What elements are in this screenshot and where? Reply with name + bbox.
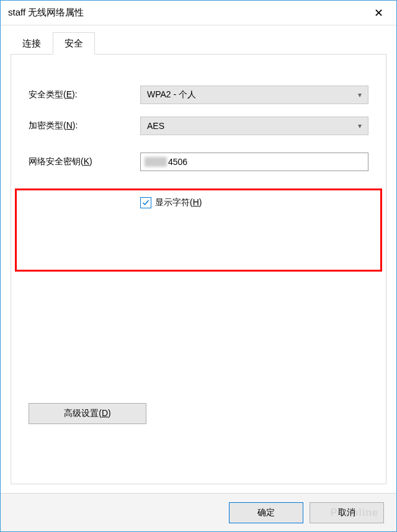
- chevron-down-icon: ▾: [358, 122, 362, 130]
- network-key-row: 网络安全密钥(K) 4506: [29, 153, 368, 171]
- titlebar: staff 无线网络属性 ✕: [1, 1, 396, 25]
- cancel-button-label: 取消: [338, 507, 355, 518]
- close-button[interactable]: ✕: [363, 1, 394, 25]
- show-characters-checkbox[interactable]: [140, 197, 151, 208]
- tab-connection-label: 连接: [22, 38, 41, 48]
- encryption-type-select[interactable]: AES ▾: [140, 117, 368, 135]
- tab-connection[interactable]: 连接: [11, 32, 53, 55]
- encryption-type-row: 加密类型(N): AES ▾: [29, 117, 368, 135]
- wifi-properties-dialog: staff 无线网络属性 ✕ 连接 安全 安全类型(E): WPA2 - 个人: [0, 0, 397, 532]
- dialog-footer: 确定 取消 PConline: [1, 493, 396, 531]
- network-key-input[interactable]: 4506: [140, 153, 368, 171]
- content-area: 连接 安全 安全类型(E): WPA2 - 个人 ▾ 加密类型: [1, 25, 396, 493]
- chevron-down-icon: ▾: [358, 91, 362, 99]
- tab-security-label: 安全: [65, 38, 83, 48]
- network-key-label: 网络安全密钥(K): [29, 156, 140, 167]
- tab-panel-security: 安全类型(E): WPA2 - 个人 ▾ 加密类型(N): AES ▾: [11, 54, 386, 484]
- advanced-settings-button[interactable]: 高级设置(D): [29, 403, 146, 424]
- security-type-label: 安全类型(E):: [29, 89, 140, 100]
- window-title: staff 无线网络属性: [8, 7, 84, 19]
- show-characters-label: 显示字符(H): [155, 197, 202, 208]
- network-key-value: 4506: [168, 157, 187, 167]
- security-type-row: 安全类型(E): WPA2 - 个人 ▾: [29, 86, 368, 104]
- security-type-value: WPA2 - 个人: [147, 89, 196, 100]
- cancel-button[interactable]: 取消: [310, 502, 384, 523]
- redacted-prefix: [145, 157, 167, 167]
- encryption-type-label: 加密类型(N):: [29, 120, 140, 131]
- encryption-type-value: AES: [147, 121, 164, 131]
- show-characters-row: 显示字符(H): [140, 197, 368, 208]
- advanced-settings-row: 高级设置(D): [29, 403, 368, 424]
- security-type-select[interactable]: WPA2 - 个人 ▾: [140, 86, 368, 104]
- close-icon: ✕: [374, 6, 383, 20]
- ok-button[interactable]: 确定: [229, 502, 303, 523]
- tab-strip: 连接 安全: [11, 32, 386, 54]
- checkmark-icon: [142, 199, 149, 206]
- advanced-settings-label: 高级设置(D): [64, 408, 110, 419]
- ok-button-label: 确定: [257, 507, 275, 518]
- tab-security[interactable]: 安全: [53, 32, 95, 55]
